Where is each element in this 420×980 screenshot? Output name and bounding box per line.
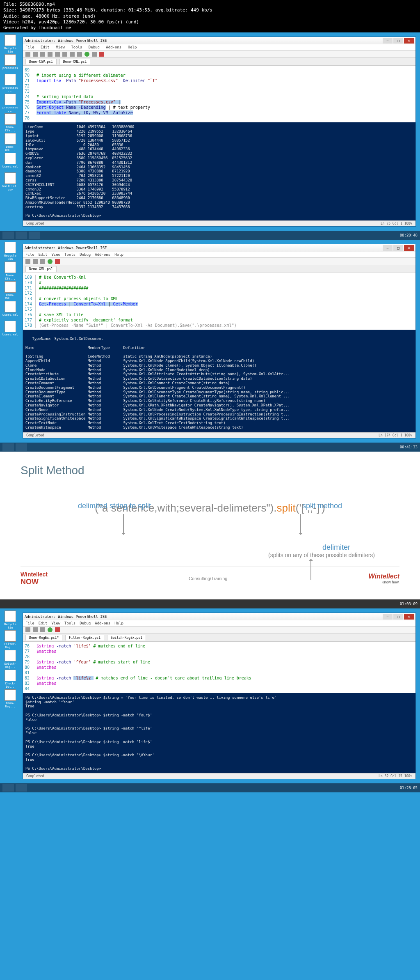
copy-icon[interactable]: [55, 52, 60, 57]
menu-file[interactable]: File: [25, 252, 34, 257]
file-icon[interactable]: Users.xml: [2, 321, 18, 337]
recycle-bin-icon[interactable]: Recycle Bin: [2, 34, 18, 51]
undo-icon[interactable]: [70, 52, 75, 57]
menu-edit[interactable]: Edit: [41, 45, 50, 49]
close-button[interactable]: ×: [404, 245, 414, 251]
file-icon[interactable]: Users.xml: [2, 301, 18, 317]
cut-icon[interactable]: [48, 52, 52, 57]
save-icon[interactable]: [40, 259, 45, 264]
run-icon[interactable]: [48, 259, 52, 264]
stop-icon[interactable]: [55, 259, 60, 264]
file-icon[interactable]: WaitList.csv: [2, 172, 18, 189]
statusbar: Completed Ln 75 Col 1 100%: [23, 220, 415, 226]
minimize-button[interactable]: −: [383, 38, 393, 44]
file-icon[interactable]: Filter-Reg...: [2, 630, 18, 647]
desktop-1: Recycle Bin processes... processes... pr…: [0, 32, 420, 231]
menu-view[interactable]: View: [56, 45, 65, 49]
file-icon[interactable]: Demo-CSV...: [2, 113, 18, 130]
menu-addons[interactable]: Add-ons: [95, 252, 110, 257]
titlebar[interactable]: Administrator: Windows PowerShell ISE − …: [23, 613, 415, 620]
tab-xml[interactable]: Demo-XML.ps1: [59, 59, 91, 64]
slide-timestamp-bar: 01:03:09: [0, 599, 420, 608]
maximize-button[interactable]: □: [393, 38, 403, 44]
file-icon[interactable]: Switch-Reg...: [2, 650, 18, 666]
menu-edit[interactable]: Edit: [39, 252, 48, 257]
menu-addons[interactable]: Add-ons: [95, 621, 110, 625]
file-icon[interactable]: Check-Do...: [2, 670, 18, 686]
menu-addons[interactable]: Add-ons: [106, 45, 121, 49]
menu-help[interactable]: Help: [114, 621, 123, 625]
run-selection-icon[interactable]: [92, 52, 97, 57]
menu-debug[interactable]: Debug: [80, 621, 91, 625]
open-icon[interactable]: [33, 627, 38, 632]
taskbar-item[interactable]: [2, 443, 14, 451]
file-icon[interactable]: processes...: [2, 54, 18, 71]
code-editor[interactable]: 767778798081828384 $string -match 'life$…: [23, 642, 415, 693]
new-icon[interactable]: [25, 259, 30, 264]
menu-view[interactable]: View: [51, 621, 60, 625]
file-icon[interactable]: Demo-XML...: [2, 133, 18, 149]
console[interactable]: LiveComm 1040 45973504 1635880960 Iype 4…: [23, 122, 415, 220]
minimize-button[interactable]: −: [383, 245, 393, 251]
file-icon[interactable]: Users.xml: [2, 153, 18, 169]
menu-tools[interactable]: Tools: [64, 621, 75, 625]
maximize-button[interactable]: □: [393, 614, 403, 620]
save-icon[interactable]: [40, 627, 45, 632]
menu-edit[interactable]: Edit: [39, 621, 48, 625]
stop-icon[interactable]: [55, 627, 60, 632]
taskbar-item[interactable]: [2, 784, 14, 792]
recycle-bin-icon[interactable]: Recycle Bin: [2, 610, 18, 627]
menu-tools[interactable]: Tools: [71, 45, 82, 49]
new-icon[interactable]: [25, 627, 30, 632]
desktop-icons: Recycle Bin Demo-CSV... Demo-XML... User…: [2, 242, 21, 340]
code-editor[interactable]: 69707172737475767778 # import using a di…: [23, 66, 415, 122]
window-title: Administrator: Windows PowerShell ISE: [25, 246, 107, 250]
menu-debug[interactable]: Debug: [80, 252, 91, 257]
taskbar: 00:20:48: [0, 231, 420, 240]
taskbar-item[interactable]: [16, 443, 27, 451]
toolbar: [23, 627, 415, 634]
menu-view[interactable]: View: [51, 252, 60, 257]
minimize-button[interactable]: −: [383, 614, 393, 620]
code-editor[interactable]: 169170171172173174175176177178 # Use Con…: [23, 273, 415, 330]
menu-file[interactable]: File: [25, 621, 34, 625]
menu-file[interactable]: File: [25, 45, 34, 49]
save-icon[interactable]: [40, 52, 45, 57]
new-icon[interactable]: [25, 52, 30, 57]
titlebar[interactable]: Administrator: Windows PowerShell ISE − …: [23, 244, 415, 252]
run-icon[interactable]: [48, 627, 52, 632]
taskbar-item[interactable]: [16, 784, 27, 792]
file-icon[interactable]: processes...: [2, 74, 18, 90]
slide-label: delimiter: [21, 543, 350, 552]
menu-tools[interactable]: Tools: [64, 252, 75, 257]
console[interactable]: TypeName: System.Xml.XmlDocument Name Me…: [23, 330, 415, 432]
menu-help[interactable]: Help: [114, 252, 123, 257]
paste-icon[interactable]: [62, 52, 67, 57]
redo-icon[interactable]: [77, 52, 82, 57]
file-icon[interactable]: Demo-CSV...: [2, 262, 18, 278]
taskbar-item[interactable]: [2, 232, 14, 239]
tab-filter[interactable]: Filter-RegEx.ps1: [65, 635, 104, 640]
taskbar-item[interactable]: [29, 232, 40, 239]
maximize-button[interactable]: □: [393, 245, 403, 251]
tab-regex[interactable]: Demo-RegEx.ps1*: [25, 635, 62, 640]
close-button[interactable]: ×: [404, 614, 414, 620]
tab-switch[interactable]: Switch-RegEx.ps1: [107, 635, 146, 640]
recycle-bin-icon[interactable]: Recycle Bin: [2, 242, 18, 258]
close-button[interactable]: ×: [404, 38, 414, 44]
file-icon[interactable]: Demo-Reg...: [2, 689, 18, 706]
titlebar[interactable]: Administrator: Windows PowerShell ISE − …: [23, 37, 415, 44]
stop-icon[interactable]: [99, 52, 104, 57]
open-icon[interactable]: [33, 259, 38, 264]
menu-debug[interactable]: Debug: [89, 45, 100, 49]
menu-help[interactable]: Help: [128, 45, 137, 49]
console[interactable]: PS C:\Users\Administrator\Desktop> $stri…: [23, 693, 415, 773]
tab-xml[interactable]: Demo-XML.ps1: [25, 266, 57, 272]
logo-left: Wintellect NOW: [21, 571, 48, 586]
file-icon[interactable]: processes...: [2, 94, 18, 110]
tab-csv[interactable]: Demo-CSV.ps1: [25, 59, 57, 64]
taskbar-item[interactable]: [16, 232, 27, 239]
run-icon[interactable]: [84, 52, 89, 57]
open-icon[interactable]: [33, 52, 38, 57]
file-icon[interactable]: Demo-XML...: [2, 281, 18, 298]
